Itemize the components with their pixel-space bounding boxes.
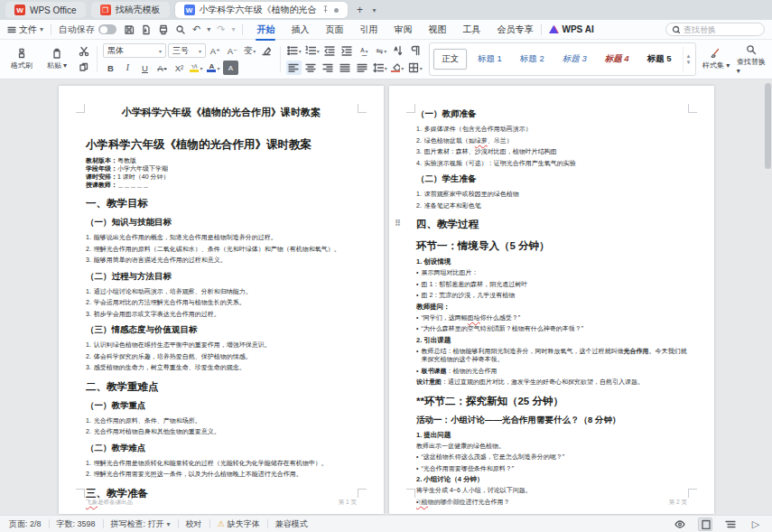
doc-title: 小学科学六年级《植物的光合作用》课时教案	[86, 106, 357, 119]
drag-handle-icon[interactable]: ⠿	[395, 219, 401, 228]
increase-indent-button[interactable]	[339, 43, 355, 58]
tab-wps-home[interactable]: W WPS Office	[5, 2, 86, 18]
tab-list-caret-icon[interactable]: ▾	[373, 6, 377, 14]
paragraph-layout-button[interactable]: ⇋▾	[374, 43, 389, 58]
pin-icon[interactable]	[321, 5, 330, 15]
search-input[interactable]	[684, 25, 756, 34]
cut-button[interactable]	[76, 44, 91, 59]
italic-button[interactable]: I	[120, 61, 135, 75]
outline-view-button[interactable]	[723, 518, 738, 531]
change-case-button[interactable]: 变▾	[242, 43, 257, 58]
numbered-list-button[interactable]: ▾	[304, 43, 321, 58]
scrollbar-thumb[interactable]	[765, 83, 771, 169]
decrease-indent-button[interactable]	[322, 43, 338, 58]
style-item-标题 3[interactable]: 标题 3	[555, 50, 594, 69]
eye-protect-button[interactable]	[673, 518, 687, 531]
list-number: 1.	[416, 190, 422, 199]
file-menu[interactable]: 文件 ▾	[7, 23, 43, 36]
menu-tab-开始[interactable]: 开始	[256, 22, 275, 38]
align-left-button[interactable]	[286, 61, 302, 75]
play-presentation-button[interactable]: ▷	[749, 518, 763, 531]
style-set-button[interactable]: 样式集 ▾	[702, 42, 731, 76]
autosave-control[interactable]: 自动保存	[59, 23, 116, 36]
underline-button[interactable]: U	[137, 61, 153, 75]
page-view-icon	[701, 519, 711, 529]
status-拼写检查[interactable]: 拼写检查: 打开▾	[111, 518, 171, 530]
style-item-标题 4[interactable]: 标题 4	[598, 50, 637, 69]
menu-tab-会员专享[interactable]: 会员专享	[496, 22, 534, 38]
tab-template-store[interactable]: ❐ 找稿壳模板	[91, 2, 170, 18]
undo-icon[interactable]: ↶	[192, 23, 200, 35]
char-shading-button[interactable]: A	[223, 61, 238, 75]
doc-list-item: 3.初步学会用图示或文字表达光合作用的过程。	[86, 310, 357, 319]
find-replace-searchbox[interactable]	[665, 23, 765, 36]
font-size-combo[interactable]: 三号▾	[168, 43, 206, 58]
find-replace-button[interactable]: 查找替换 ▾	[737, 42, 767, 76]
increase-font-button[interactable]: A⁺	[208, 43, 223, 58]
shading-button[interactable]: ▾	[390, 61, 405, 75]
bullet-list-button[interactable]: ▾	[286, 43, 302, 58]
style-item-正文[interactable]: 正文	[433, 49, 467, 70]
bullet-text: “为什么森林里的空气特别清新？植物有什么神奇的本领？”	[421, 324, 583, 333]
print-icon[interactable]	[158, 24, 169, 35]
print-preview-icon[interactable]	[175, 24, 186, 35]
list-number: 1.	[86, 416, 91, 425]
highlight-color-button[interactable]: ᝰ▾	[189, 61, 204, 75]
menu-tab-工具[interactable]: 工具	[461, 22, 481, 38]
tab-active-document[interactable]: W 小学科学六年级《植物的光合	[175, 2, 348, 18]
new-tab-button[interactable]: +	[353, 4, 367, 16]
font-name-combo[interactable]: 黑体▾	[103, 43, 166, 58]
strikethrough-button[interactable]: A▾	[154, 61, 170, 75]
indent-icon	[341, 45, 352, 56]
justify-button[interactable]	[338, 61, 353, 75]
list-text: 课前观察家中或校园里的绿色植物	[424, 190, 519, 199]
undo-caret-icon[interactable]: ▾	[207, 25, 210, 33]
vertical-scrollbar[interactable]	[765, 83, 771, 508]
redo-caret-icon[interactable]: ▾	[231, 25, 235, 33]
menu-tab-视图[interactable]: 视图	[427, 22, 447, 38]
page-view-button[interactable]	[698, 518, 712, 531]
list-text: 多媒体课件（包含光合作用动画演示）	[424, 125, 532, 134]
copy-button[interactable]	[76, 61, 91, 75]
status-页面[interactable]: 页面: 2/8	[9, 518, 42, 530]
paste-icon	[51, 48, 62, 59]
clipboard-group: 格式刷 粘贴 ▾	[5, 42, 91, 76]
document-page-1[interactable]: 小学科学六年级《植物的光合作用》课时教案小学科学六年级《植物的光合作用》课时教案…	[59, 86, 384, 514]
numbered-list-icon	[305, 45, 316, 56]
status-校对[interactable]: 校对	[186, 518, 202, 530]
redo-icon[interactable]: ↷	[217, 23, 225, 35]
style-item-标题 5[interactable]: 标题 5	[640, 50, 679, 69]
sort-button[interactable]	[391, 43, 406, 58]
align-center-button[interactable]	[303, 61, 319, 75]
wps-ai-button[interactable]: WPS AI	[549, 24, 593, 34]
status-字数[interactable]: 字数: 3598	[57, 518, 96, 530]
font-color-button[interactable]: A▾	[206, 61, 221, 75]
align-right-button[interactable]	[321, 61, 336, 75]
clear-format-button[interactable]	[259, 43, 274, 58]
autosave-label: 自动保存	[59, 23, 95, 36]
save-icon[interactable]	[124, 24, 135, 35]
autosave-toggle[interactable]	[98, 24, 116, 34]
document-page-2[interactable]: （一）教师准备1.多媒体课件（包含光合作用动画演示）2.绿色植物盆栽（如绿萝、吊…	[389, 86, 714, 514]
bold-button[interactable]: B	[103, 61, 118, 75]
gallery-scroll-arrows[interactable]: ▲▼	[683, 47, 692, 72]
paste-button[interactable]: 粘贴 ▾	[41, 48, 73, 70]
menu-tab-插入[interactable]: 插入	[290, 22, 310, 38]
style-item-标题 1[interactable]: 标题 1	[470, 50, 509, 69]
borders-button[interactable]: ▾	[407, 61, 423, 75]
text-direction-button[interactable]: ᴬ̲▾	[357, 43, 372, 58]
menu-tab-审阅[interactable]: 审阅	[393, 22, 413, 38]
superscript-button[interactable]: X²	[172, 61, 187, 75]
distribute-button[interactable]	[355, 61, 370, 75]
export-pdf-icon[interactable]	[141, 24, 152, 35]
menu-tab-引用[interactable]: 引用	[358, 22, 378, 38]
line-spacing-button[interactable]: ▾	[372, 61, 388, 75]
menu-tab-页面[interactable]: 页面	[324, 22, 344, 38]
style-item-标题 2[interactable]: 标题 2	[513, 50, 552, 69]
meta-label: 学段年级：	[86, 165, 117, 172]
status-缺失字体[interactable]: ⚠缺失字体	[218, 518, 260, 530]
format-painter-button[interactable]: 格式刷	[5, 48, 38, 70]
show-marks-button[interactable]	[408, 43, 423, 58]
status-兼容模式[interactable]: 兼容模式	[275, 518, 308, 530]
decrease-font-button[interactable]: A⁻	[225, 43, 240, 58]
